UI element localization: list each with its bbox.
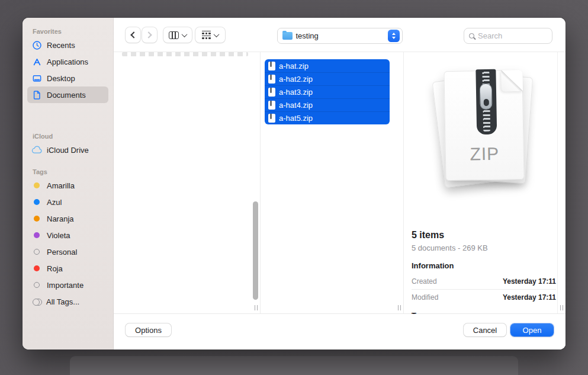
tag-dot-orange-icon — [34, 216, 40, 222]
all-tags-icon — [33, 299, 41, 305]
file-row[interactable]: a-hat.zip — [265, 59, 390, 72]
zipper-icon — [475, 69, 497, 135]
zip-badge-label: ZIP — [445, 143, 523, 165]
selection-count: 5 items — [412, 230, 556, 241]
file-row[interactable]: a-hat4.zip — [265, 98, 390, 111]
meta-row-created: Created Yesterday 17:11 — [412, 274, 556, 290]
open-button[interactable]: Open — [510, 323, 554, 336]
tag-dot-red-icon — [34, 265, 40, 271]
zip-file-icon — [268, 101, 275, 110]
open-file-dialog: Favorites Recents Applications Desktop D… — [23, 18, 565, 350]
sidebar-tag-amarilla[interactable]: Amarilla — [27, 177, 108, 194]
applications-icon — [32, 57, 42, 67]
vertical-scrollbar[interactable] — [253, 201, 258, 300]
file-row[interactable]: a-hat2.zip — [265, 72, 390, 85]
sidebar-item-label: Applications — [47, 57, 88, 66]
meta-value: Yesterday 17:11 — [503, 277, 556, 286]
file-row[interactable]: a-hat3.zip — [265, 85, 390, 98]
browser-column-testing[interactable]: a-hat.zip a-hat2.zip a-hat3.zip a-hat4.z… — [261, 52, 404, 313]
file-name: a-hat5.zip — [279, 114, 313, 123]
chevron-down-icon — [182, 31, 188, 37]
browser-column-documents[interactable] — [114, 52, 261, 313]
tag-label: Violeta — [47, 231, 70, 240]
background-window-edge — [70, 356, 518, 375]
options-button[interactable]: Options — [126, 323, 171, 336]
tag-dot-purple-icon — [34, 232, 40, 238]
sidebar-item-recents[interactable]: Recents — [27, 37, 108, 53]
current-folder-label: testing — [296, 31, 388, 40]
cancel-button[interactable]: Cancel — [464, 323, 506, 336]
sidebar-tag-violeta[interactable]: Violeta — [27, 227, 108, 243]
selection-summary: 5 documents - 269 KB — [412, 243, 556, 252]
toolbar: testing — [114, 18, 565, 52]
sidebar-item-desktop[interactable]: Desktop — [27, 70, 108, 86]
group-by-button[interactable] — [195, 27, 225, 43]
cloud-icon — [32, 145, 42, 155]
file-row[interactable]: a-hat5.zip — [265, 111, 390, 124]
sidebar-item-icloud-drive[interactable]: iCloud Drive — [27, 142, 108, 158]
information-heading: Information — [412, 261, 556, 270]
selected-file-list: a-hat.zip a-hat2.zip a-hat3.zip a-hat4.z… — [265, 59, 390, 124]
document-icon — [32, 90, 42, 100]
page-fold-corner — [501, 70, 523, 92]
sidebar: Favorites Recents Applications Desktop D… — [23, 18, 114, 350]
sidebar-section-tags-title: Tags — [33, 168, 113, 175]
zip-file-icon — [268, 114, 275, 123]
zip-file-icon — [268, 62, 275, 70]
forward-button[interactable] — [142, 27, 157, 43]
scrollbar-gutter — [557, 52, 565, 313]
sidebar-item-applications[interactable]: Applications — [27, 53, 108, 70]
meta-label: Modified — [412, 293, 438, 302]
sidebar-item-label: iCloud Drive — [47, 146, 89, 155]
back-button[interactable] — [126, 27, 140, 43]
desktop-icon — [32, 73, 42, 84]
search-input[interactable] — [478, 31, 547, 40]
zip-archive-preview-icon: ZIP — [435, 68, 535, 209]
columns-view-icon — [169, 31, 179, 39]
preview-info: 5 items 5 documents - 269 KB Information… — [412, 230, 556, 320]
chevron-down-icon — [213, 31, 219, 37]
tag-label: Naranja — [47, 214, 74, 223]
chevron-right-icon — [145, 31, 152, 38]
tag-label: Personal — [47, 248, 77, 257]
grouping-icon — [202, 31, 210, 39]
column-resize-handle[interactable] — [398, 305, 401, 310]
main-panel: testing a-hat. — [114, 18, 565, 350]
sidebar-item-documents[interactable]: Documents — [27, 86, 108, 103]
tag-label: Importante — [47, 281, 83, 290]
file-name: a-hat3.zip — [279, 88, 313, 97]
meta-value: Yesterday 17:11 — [503, 293, 556, 302]
tag-dot-blue-icon — [34, 199, 40, 205]
preview-pane: ZIP 5 items 5 documents - 269 KB Informa… — [404, 52, 565, 313]
sidebar-item-label: Desktop — [47, 74, 75, 83]
clipped-list-row — [122, 52, 248, 56]
tag-dot-yellow-icon — [34, 182, 40, 188]
column-resize-handle[interactable] — [560, 305, 564, 310]
chevron-up-icon — [392, 33, 396, 35]
tag-label: Roja — [47, 264, 63, 273]
zip-file-icon — [268, 75, 275, 84]
sidebar-item-all-tags[interactable]: All Tags... — [27, 293, 108, 310]
sidebar-tag-azul[interactable]: Azul — [27, 194, 108, 210]
column-view-button[interactable] — [163, 27, 192, 43]
zip-file-icon — [268, 88, 275, 97]
sidebar-tag-naranja[interactable]: Naranja — [27, 210, 108, 227]
meta-row-modified: Modified Yesterday 17:11 — [412, 290, 556, 305]
sidebar-tag-importante[interactable]: Importante — [27, 277, 108, 293]
dialog-footer: Options Cancel Open — [114, 314, 565, 350]
chevron-down-icon — [392, 37, 396, 39]
sidebar-section-favorites-title: Favorites — [33, 28, 113, 35]
chevron-left-icon — [130, 31, 137, 38]
sidebar-tag-roja[interactable]: Roja — [27, 260, 108, 277]
meta-label: Created — [412, 277, 437, 286]
column-resize-handle[interactable] — [255, 305, 258, 310]
search-field[interactable] — [464, 28, 552, 44]
clock-icon — [32, 40, 42, 50]
location-popup-button[interactable]: testing — [277, 28, 403, 44]
sidebar-item-label: Recents — [47, 41, 75, 50]
search-icon — [469, 33, 474, 39]
popup-stepper-icon[interactable] — [388, 30, 400, 42]
folder-icon — [282, 32, 293, 40]
file-name: a-hat4.zip — [279, 101, 313, 110]
sidebar-tag-personal[interactable]: Personal — [27, 243, 108, 260]
